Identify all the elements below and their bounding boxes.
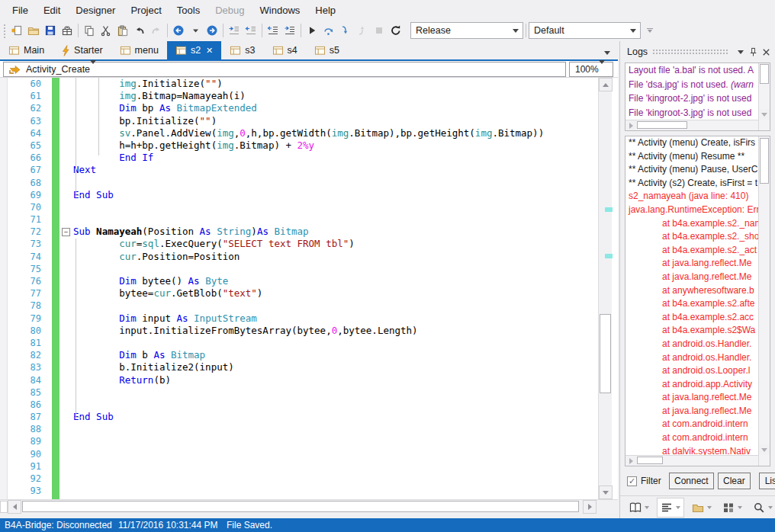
scroll-right-button[interactable] — [583, 500, 597, 514]
tab-menu[interactable]: menu — [111, 41, 167, 59]
code-line[interactable]: 68 — [0, 177, 597, 189]
run-icon[interactable] — [304, 21, 320, 40]
align-tool-button[interactable] — [657, 498, 684, 518]
code-line[interactable]: 90 — [0, 448, 597, 460]
menu-item-help[interactable]: Help — [307, 2, 343, 19]
step-out-icon[interactable] — [354, 21, 371, 40]
modules-tool-button[interactable] — [719, 498, 745, 518]
code-lines[interactable]: 60 img.Initialize("")61 img.Bitmap=Namay… — [0, 78, 597, 499]
tab-starter[interactable]: Starter — [53, 41, 111, 59]
menu-item-file[interactable]: File — [5, 2, 36, 19]
code-line[interactable]: 85 — [0, 386, 597, 399]
tool-dropdown-caret[interactable] — [676, 506, 680, 509]
code-line[interactable]: 74 cur.Position=Position — [0, 251, 597, 263]
code-line[interactable]: 86 — [0, 399, 597, 411]
toolbar-overflow-button[interactable] — [647, 28, 653, 33]
code-line[interactable]: 91 — [0, 460, 597, 473]
copy-icon[interactable] — [81, 21, 98, 40]
code-line[interactable]: 69End Sub — [0, 189, 597, 201]
code-line[interactable]: 84 Return(b) — [0, 374, 597, 386]
tool-dropdown-caret[interactable] — [768, 506, 773, 509]
code-line[interactable]: 60 img.Initialize("") — [0, 78, 597, 90]
code-line[interactable]: 70 — [0, 201, 597, 213]
code-line[interactable]: 71 — [0, 213, 597, 226]
cut-icon[interactable] — [98, 21, 114, 40]
code-line[interactable]: 66 End If — [0, 152, 597, 164]
clear-button[interactable]: Clear — [718, 473, 751, 489]
code-line[interactable]: 76 Dim bytee() As Byte — [0, 275, 597, 287]
folder-tool-button[interactable] — [689, 498, 715, 518]
code-line[interactable]: 81 — [0, 337, 597, 349]
editor-vertical-scrollbar[interactable] — [598, 78, 612, 499]
new-file-icon[interactable] — [8, 21, 25, 40]
paste-icon[interactable] — [114, 21, 131, 40]
runtime-log-list[interactable]: ** Activity (menu) Create, isFirs** Acti… — [625, 136, 770, 466]
undo-icon[interactable] — [131, 21, 148, 40]
close-icon[interactable] — [760, 46, 773, 59]
indent-icon[interactable] — [281, 21, 298, 40]
code-line[interactable]: 64 sv.Panel.AddView(img,0,h,bp.getWidth(… — [0, 127, 597, 139]
member-navigation-select[interactable]: Activity_Create — [3, 62, 566, 77]
redo-icon[interactable] — [148, 21, 165, 40]
code-line[interactable]: 88 — [0, 423, 597, 435]
tool-dropdown-caret[interactable] — [738, 506, 742, 509]
outdent-icon[interactable] — [265, 21, 281, 40]
ui-configuration-select[interactable]: Default — [529, 22, 641, 39]
close-tab-icon[interactable]: ✕ — [206, 46, 213, 56]
tab-s2[interactable]: s2✕ — [167, 41, 221, 59]
menu-item-windows[interactable]: Windows — [252, 2, 308, 19]
panel-menu-button[interactable] — [734, 46, 747, 59]
open-folder-icon[interactable] — [25, 21, 42, 40]
editor-horizontal-scrollbar[interactable] — [0, 499, 618, 513]
code-editor[interactable]: 60 img.Initialize("")61 img.Bitmap=Namay… — [0, 78, 618, 499]
build-configuration-select[interactable]: Release — [410, 22, 523, 39]
connect-button[interactable]: Connect — [669, 473, 714, 489]
package-icon[interactable] — [59, 21, 76, 40]
scroll-up-button[interactable] — [599, 78, 613, 91]
code-line[interactable]: 89 — [0, 435, 597, 447]
uncomment-icon[interactable] — [243, 21, 259, 40]
code-line[interactable]: 93 — [0, 485, 597, 497]
scrollbar-thumb[interactable] — [22, 501, 579, 512]
code-line[interactable]: 62 Dim bp As BitmapExtended — [0, 102, 597, 114]
code-line[interactable]: 77 bytee=cur.GetBlob("text") — [0, 287, 597, 300]
code-fold-toggle[interactable]: − — [62, 228, 70, 236]
tab-s3[interactable]: s3 — [221, 41, 263, 59]
code-line[interactable]: 73 cur=sql.ExecQuery("SELECT text FROM t… — [0, 238, 597, 250]
code-line[interactable]: 75 — [0, 263, 597, 275]
step-over-icon[interactable] — [320, 21, 337, 40]
code-line[interactable]: 83 b.Initialize2(input) — [0, 361, 597, 373]
scroll-left-button[interactable] — [8, 500, 21, 514]
code-line[interactable]: 67Next — [0, 164, 597, 176]
search-tool-button[interactable] — [750, 498, 775, 518]
filter-checkbox[interactable]: ✓ — [627, 476, 637, 486]
tab-list-dropdown[interactable] — [604, 51, 610, 55]
code-line[interactable]: 87End Sub — [0, 411, 597, 423]
comment-icon[interactable] — [226, 21, 243, 40]
tab-main[interactable]: Main — [0, 41, 53, 59]
code-line[interactable]: 80 input.InitializeFromBytesArray(bytee,… — [0, 325, 597, 337]
scroll-down-button[interactable] — [599, 486, 613, 499]
code-line[interactable]: 61 img.Bitmap=Namayeah(i) — [0, 90, 597, 102]
list-devices-button[interactable]: List D — [759, 473, 775, 489]
tab-s4[interactable]: s4 — [264, 41, 306, 59]
nav-forward-icon[interactable] — [204, 21, 220, 40]
caret-down-icon[interactable] — [187, 21, 204, 40]
tool-dropdown-caret[interactable] — [707, 506, 712, 509]
code-line[interactable]: 79 Dim input As InputStream — [0, 312, 597, 325]
tool-dropdown-caret[interactable] — [645, 506, 649, 509]
save-icon[interactable] — [42, 21, 59, 40]
editor-zoom-select[interactable]: 100% — [569, 62, 613, 77]
nav-back-icon[interactable] — [170, 21, 187, 40]
code-line[interactable]: 65 h=h+bp.getHeight(img.Bitmap) + 2%y — [0, 139, 597, 152]
menu-item-project[interactable]: Project — [123, 2, 169, 19]
restart-icon[interactable] — [388, 21, 404, 40]
pin-icon[interactable] — [747, 46, 760, 59]
menu-item-edit[interactable]: Edit — [36, 2, 68, 19]
book-tool-button[interactable] — [626, 498, 652, 518]
code-line[interactable]: 78 — [0, 300, 597, 312]
stop-icon[interactable] — [371, 21, 388, 40]
menu-item-designer[interactable]: Designer — [68, 2, 123, 19]
warnings-log-list[interactable]: Layout file 'a.bal' is not used. AFile '… — [625, 62, 770, 131]
menu-item-debug[interactable]: Debug — [207, 2, 252, 19]
